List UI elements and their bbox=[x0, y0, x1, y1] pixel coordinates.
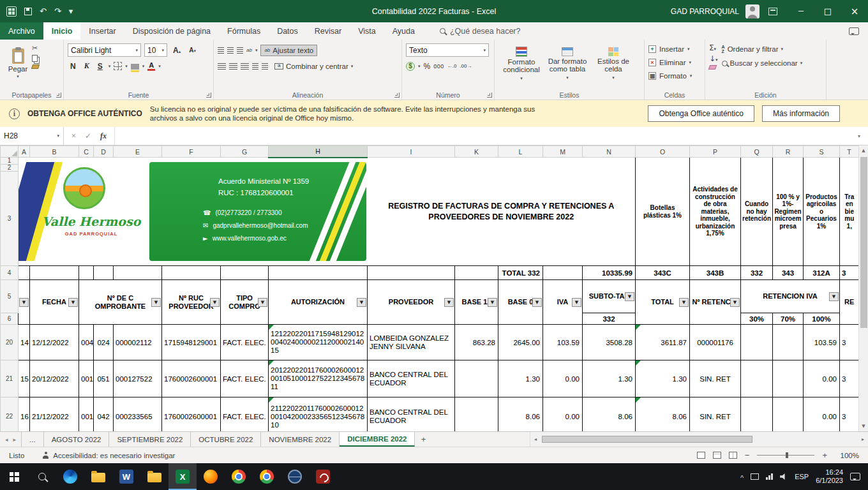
col-header[interactable]: D bbox=[94, 146, 114, 158]
paste-button[interactable]: Pegar ▾ bbox=[4, 42, 32, 85]
scroll-up-icon[interactable]: ▲ bbox=[859, 145, 868, 156]
row-header[interactable]: 5 bbox=[1, 280, 19, 313]
accessibility-status[interactable]: Accesibilidad: es necesario investigar bbox=[33, 452, 184, 459]
grid-cell[interactable]: 8.06 bbox=[498, 397, 543, 432]
col-header[interactable]: I bbox=[368, 146, 455, 158]
grid-cell[interactable]: 3 bbox=[840, 325, 859, 360]
insert-function-icon[interactable]: fx bbox=[100, 131, 107, 141]
font-color-button[interactable]: A bbox=[147, 62, 155, 71]
align-right-button[interactable] bbox=[241, 63, 249, 70]
grid-cell[interactable]: Nº RETENCIO▼ bbox=[690, 280, 741, 325]
sheet-tab-octubre[interactable]: OCTUBRE 2022 bbox=[191, 432, 261, 447]
minimize-button[interactable]: ─ bbox=[788, 0, 814, 22]
grid-cell[interactable]: 3508.28 bbox=[583, 325, 636, 360]
grid-cell[interactable]: 21/12/2022 bbox=[30, 397, 79, 432]
taskbar-folder-button[interactable] bbox=[140, 463, 168, 490]
filter-dropdown[interactable]: ▼ bbox=[151, 298, 161, 307]
taskbar-word-button[interactable]: W bbox=[112, 463, 140, 490]
account-avatar[interactable] bbox=[745, 4, 760, 19]
underline-button[interactable]: S bbox=[95, 61, 105, 71]
align-center-button[interactable] bbox=[229, 63, 237, 70]
grid-cell[interactable]: RE bbox=[840, 280, 859, 325]
redo-icon[interactable]: ↷ bbox=[54, 7, 61, 15]
grid-cell[interactable] bbox=[79, 266, 94, 280]
filter-dropdown[interactable]: ▼ bbox=[488, 298, 497, 307]
save-icon[interactable] bbox=[24, 8, 32, 15]
account-name[interactable]: GAD PARROQUIAL bbox=[671, 7, 739, 16]
grid-cell[interactable]: 16 bbox=[19, 397, 30, 432]
grid-cell[interactable]: 332 bbox=[583, 313, 636, 325]
font-size-select[interactable]: 10▾ bbox=[144, 43, 167, 57]
grid-cell[interactable]: FACT. ELEC. bbox=[221, 325, 269, 360]
filter-dropdown[interactable]: ▼ bbox=[444, 298, 454, 307]
filter-dropdown[interactable]: ▼ bbox=[19, 298, 29, 307]
align-left-button[interactable] bbox=[218, 63, 226, 70]
grid-cell[interactable]: 0.00 bbox=[543, 397, 583, 432]
grid-cell[interactable]: 000233565 bbox=[114, 397, 162, 432]
wrap-text-button[interactable]: ab Ajustar texto bbox=[260, 45, 317, 56]
close-button[interactable]: × bbox=[841, 0, 868, 22]
taskbar-firefox-button[interactable] bbox=[197, 463, 225, 490]
grid-cell[interactable]: TOTAL▼ bbox=[636, 280, 690, 325]
sheet-nav-left-icon[interactable]: ◂ bbox=[5, 436, 8, 443]
tray-show-hidden-icons[interactable]: ^ bbox=[740, 474, 744, 482]
header-image-cell[interactable]: Valle Hermoso GAD PARROQUIAL Acuerdo Min… bbox=[19, 158, 368, 266]
format-painter-button[interactable] bbox=[31, 64, 40, 69]
tab-vista[interactable]: Vista bbox=[350, 22, 384, 40]
col-header[interactable]: P bbox=[690, 146, 741, 158]
taskbar-excel-button-active[interactable]: X bbox=[168, 463, 197, 490]
grid-cell[interactable]: 30% bbox=[741, 313, 773, 325]
ribbon-display-options-icon[interactable] bbox=[768, 8, 777, 15]
grid-cell[interactable]: BASE 0▼ bbox=[498, 280, 543, 325]
format-cells-button[interactable]: ▦ Formato ▾ bbox=[648, 69, 702, 82]
enter-entry-icon[interactable]: ✓ bbox=[85, 131, 91, 140]
undo-icon[interactable]: ↶ bbox=[40, 7, 47, 15]
col-header[interactable]: K bbox=[455, 146, 498, 158]
grid-cell[interactable] bbox=[221, 266, 269, 280]
fill-button[interactable]: ↓▾ bbox=[709, 54, 718, 63]
grid-cell[interactable]: 024 bbox=[94, 325, 114, 360]
scroll-down-icon[interactable]: ▼ bbox=[859, 421, 868, 431]
grid-cell[interactable]: BASE 12▼ bbox=[455, 280, 498, 325]
tab-disposicion[interactable]: Disposición de página bbox=[124, 22, 219, 40]
row-header[interactable]: 20 bbox=[1, 325, 19, 360]
filter-dropdown[interactable]: ▼ bbox=[68, 298, 78, 307]
grid-cell[interactable]: Tra en bie mu 1, bbox=[840, 158, 859, 266]
copy-button[interactable] bbox=[32, 55, 38, 62]
grid-cell[interactable]: 1.30 bbox=[498, 360, 543, 397]
row-header[interactable]: 21 bbox=[1, 360, 19, 397]
grid-cell[interactable]: 000002112 bbox=[114, 325, 162, 360]
grid-cell[interactable]: SUBTO-TAL▼ bbox=[583, 280, 636, 313]
grid-cell[interactable]: FACT. ELEC. bbox=[221, 360, 269, 397]
grid-cell[interactable]: 312A bbox=[804, 266, 840, 280]
get-genuine-office-button[interactable]: Obtenga Office auténtico bbox=[648, 105, 754, 122]
grid-cell[interactable]: 1715948129001 bbox=[162, 325, 221, 360]
row-header[interactable]: 22 bbox=[1, 397, 19, 432]
grid-cell[interactable] bbox=[455, 266, 498, 280]
tray-display-icon[interactable] bbox=[751, 473, 759, 480]
grid-cell[interactable]: 1760002600001 bbox=[162, 397, 221, 432]
align-top-button[interactable] bbox=[218, 47, 224, 54]
grid-cell[interactable]: 20/12/2022 bbox=[30, 360, 79, 397]
grid-cell[interactable] bbox=[455, 360, 498, 397]
grid-cell[interactable]: SIN. RET bbox=[690, 397, 741, 432]
grid-cell[interactable]: FACT. ELEC. bbox=[221, 397, 269, 432]
filter-dropdown[interactable]: ▼ bbox=[829, 292, 839, 301]
number-format-select[interactable]: Texto▾ bbox=[406, 43, 489, 57]
grid-cell[interactable]: Botellas plásticas 1% bbox=[636, 158, 690, 266]
col-header[interactable]: B bbox=[30, 146, 79, 158]
taskbar-edge-button[interactable] bbox=[56, 463, 84, 490]
tab-archivo[interactable]: Archivo bbox=[0, 22, 43, 40]
horizontal-scrollbar[interactable]: ◂ ▸ bbox=[530, 432, 868, 447]
tab-formulas[interactable]: Fórmulas bbox=[219, 22, 269, 40]
taskbar-chrome2-button[interactable] bbox=[253, 463, 281, 490]
insert-cells-button[interactable]: + Insertar ▾ bbox=[648, 42, 702, 56]
zoom-slider-thumb[interactable] bbox=[786, 452, 788, 458]
tray-network-icon[interactable] bbox=[766, 473, 773, 480]
grid-cell[interactable]: 1.30 bbox=[636, 360, 690, 397]
alignment-dialog-launcher[interactable] bbox=[394, 93, 400, 98]
clipboard-dialog-launcher[interactable] bbox=[56, 93, 61, 98]
expand-formula-bar-icon[interactable]: ▾ bbox=[850, 127, 868, 145]
clear-button[interactable] bbox=[708, 65, 717, 70]
cell-styles-button[interactable]: Estilos de celda ▾ bbox=[590, 42, 636, 87]
